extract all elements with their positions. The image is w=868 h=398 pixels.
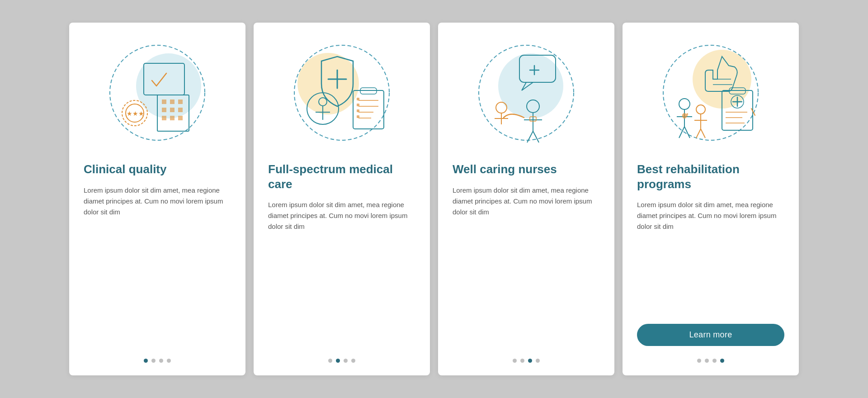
svg-rect-7 [162,108,166,112]
svg-text:★★★: ★★★ [127,110,144,117]
cards-container: ★★★ Clinical quality Lorem ipsum dolor s… [51,5,817,393]
card-4-dots [697,359,724,363]
svg-line-66 [684,127,690,138]
svg-line-43 [527,131,533,142]
svg-line-44 [533,131,539,142]
svg-point-34 [498,53,563,118]
svg-rect-9 [178,108,183,112]
svg-point-46 [496,102,507,113]
card-1-illustration: ★★★ [84,36,231,154]
card-2-illustration [268,36,415,154]
card-2-dots [328,359,355,363]
card-clinical-quality: ★★★ Clinical quality Lorem ipsum dolor s… [69,23,245,375]
dot-3 [712,359,717,363]
card-3-illustration [453,36,600,154]
svg-line-71 [701,129,705,138]
card-medical-care: Full-spectrum medical care Lorem ipsum d… [254,23,430,375]
card-1-title: Clinical quality [84,162,167,177]
card-2-title: Full-spectrum medical care [268,162,415,191]
svg-rect-31 [357,104,359,106]
card-3-body: Lorem ipsum dolor sit dim amet, mea regi… [453,185,600,346]
card-nurses: Well caring nurses Lorem ipsum dolor sit… [438,23,614,375]
card-3-dots [513,359,540,363]
learn-more-button[interactable]: Learn more [637,324,784,346]
card-2-body: Lorem ipsum dolor sit dim amet, mea regi… [268,199,415,346]
dot-4 [167,359,171,363]
dot-2 [520,359,524,363]
dot-3 [344,359,348,363]
svg-rect-5 [170,100,175,104]
svg-rect-12 [178,116,183,120]
dot-1 [144,359,148,363]
dot-4 [536,359,540,363]
svg-line-70 [696,129,701,138]
svg-rect-33 [357,115,359,118]
card-3-title: Well caring nurses [453,162,557,177]
svg-rect-4 [162,100,166,104]
card-1-dots [144,359,171,363]
svg-rect-6 [178,100,183,104]
dot-1 [513,359,517,363]
svg-point-67 [696,105,705,114]
dot-4 [351,359,355,363]
dot-3 [528,359,532,363]
svg-rect-10 [162,116,166,120]
dot-2 [151,359,156,363]
svg-rect-11 [170,116,175,120]
card-rehabilitation: Best rehabilitation programs Lorem ipsum… [623,23,799,375]
dot-2 [336,359,340,363]
dot-1 [697,359,701,363]
card-4-title: Best rehabilitation programs [637,162,784,191]
dot-2 [705,359,709,363]
svg-rect-8 [170,108,175,112]
card-4-body: Lorem ipsum dolor sit dim amet, mea regi… [637,199,784,313]
card-4-illustration [637,36,784,154]
card-1-body: Lorem ipsum dolor sit dim amet, mea regi… [84,185,231,346]
dot-3 [159,359,163,363]
dot-4 [720,359,724,363]
svg-point-16 [297,53,359,114]
svg-point-62 [679,99,690,109]
svg-rect-30 [357,98,359,100]
svg-rect-32 [357,109,359,112]
dot-1 [328,359,332,363]
